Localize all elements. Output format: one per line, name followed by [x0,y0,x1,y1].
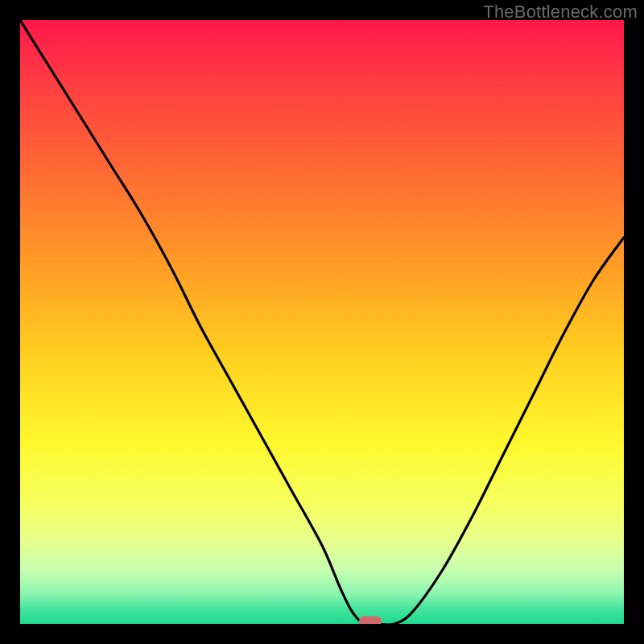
optimum-marker [359,617,382,625]
plot-svg [20,20,624,624]
watermark-text: TheBottleneck.com [483,2,638,23]
plot-area [20,20,624,624]
gradient-background [20,20,624,624]
chart-container: TheBottleneck.com [0,0,644,644]
